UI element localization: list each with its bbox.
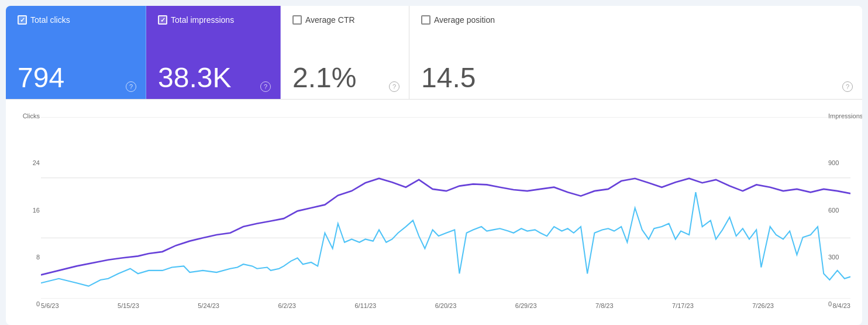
clicks-line xyxy=(41,192,850,286)
average-ctr-label: Average CTR xyxy=(292,15,397,25)
total-impressions-value: 38.3K xyxy=(158,64,268,92)
total-impressions-checkbox[interactable]: ✓ xyxy=(158,15,167,25)
metrics-row: ✓ Total clicks 794 ? ✓ Total impressions… xyxy=(6,6,862,100)
average-ctr-help-icon[interactable]: ? xyxy=(389,81,399,92)
average-position-label: Average position xyxy=(421,15,850,25)
impressions-line xyxy=(41,179,850,275)
chart-area: Clicks 24 16 8 0 Impressions 900 600 300… xyxy=(6,100,862,325)
average-position-value: 14.5 xyxy=(421,64,850,92)
clicks-axis-title: Clicks xyxy=(11,112,40,119)
total-impressions-help-icon[interactable]: ? xyxy=(260,81,271,92)
average-ctr-card[interactable]: Average CTR 2.1% ? xyxy=(281,6,409,99)
average-ctr-checkbox[interactable] xyxy=(292,15,302,25)
main-container: ✓ Total clicks 794 ? ✓ Total impressions… xyxy=(6,6,862,325)
y-axis-left: Clicks 24 16 8 0 xyxy=(11,100,40,325)
total-clicks-card[interactable]: ✓ Total clicks 794 ? xyxy=(6,6,146,99)
total-clicks-checkbox[interactable]: ✓ xyxy=(18,15,27,25)
average-position-card[interactable]: Average position 14.5 ? xyxy=(409,6,862,99)
total-clicks-help-icon[interactable]: ? xyxy=(126,81,136,92)
average-ctr-value: 2.1% xyxy=(292,64,397,92)
average-position-help-icon[interactable]: ? xyxy=(842,81,853,92)
total-clicks-label: ✓ Total clicks xyxy=(18,15,134,25)
total-clicks-value: 794 xyxy=(18,64,134,92)
x-axis-labels: 5/6/23 5/15/23 5/24/23 6/2/23 6/11/23 6/… xyxy=(41,302,850,309)
average-position-checkbox[interactable] xyxy=(421,15,430,25)
total-impressions-card[interactable]: ✓ Total impressions 38.3K ? xyxy=(146,6,281,99)
chart-svg-container xyxy=(41,117,850,299)
line-chart xyxy=(41,117,850,299)
total-impressions-label: ✓ Total impressions xyxy=(158,15,268,25)
